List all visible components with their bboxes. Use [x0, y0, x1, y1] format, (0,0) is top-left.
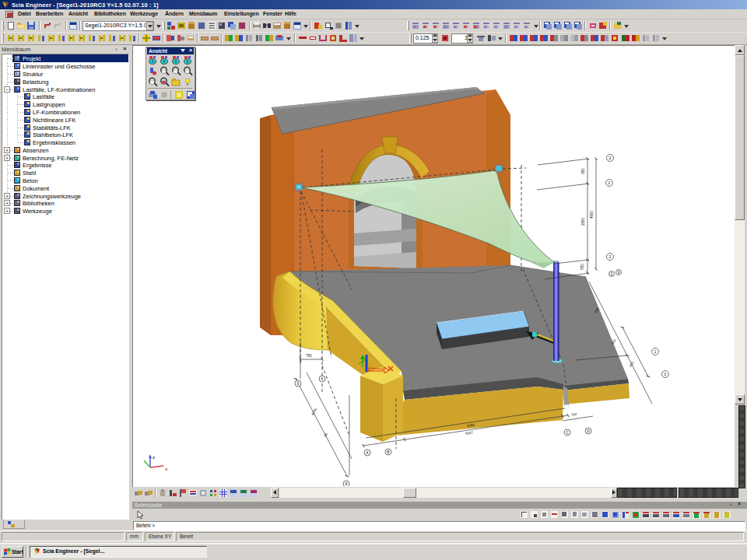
svg-text:6: 6: [321, 376, 324, 381]
svg-text:C: C: [566, 430, 569, 435]
svg-text:4547: 4547: [465, 431, 473, 436]
svg-text:950: 950: [581, 168, 585, 174]
svg-text:2: 2: [609, 254, 612, 259]
svg-text:400: 400: [611, 338, 617, 345]
svg-text:2950: 2950: [581, 217, 585, 226]
svg-text:750: 750: [306, 354, 312, 358]
svg-text:9: 9: [297, 381, 300, 386]
svg-text:z: z: [153, 455, 155, 460]
svg-text:x: x: [165, 467, 168, 471]
svg-text:2: 2: [609, 156, 612, 160]
svg-text:400: 400: [629, 360, 635, 367]
svg-text:4040: 4040: [310, 407, 317, 416]
svg-text:9: 9: [618, 270, 620, 275]
svg-text:0: 0: [665, 372, 667, 376]
svg-text:8: 8: [345, 481, 348, 486]
svg-text:2: 2: [608, 180, 611, 185]
svg-text:550: 550: [580, 264, 584, 270]
svg-text:2: 2: [611, 271, 613, 276]
svg-text:750: 750: [570, 412, 577, 417]
svg-text:98: 98: [323, 432, 328, 437]
svg-text:4560: 4560: [590, 210, 594, 219]
svg-text:D: D: [587, 429, 590, 433]
svg-text:1: 1: [654, 349, 657, 354]
